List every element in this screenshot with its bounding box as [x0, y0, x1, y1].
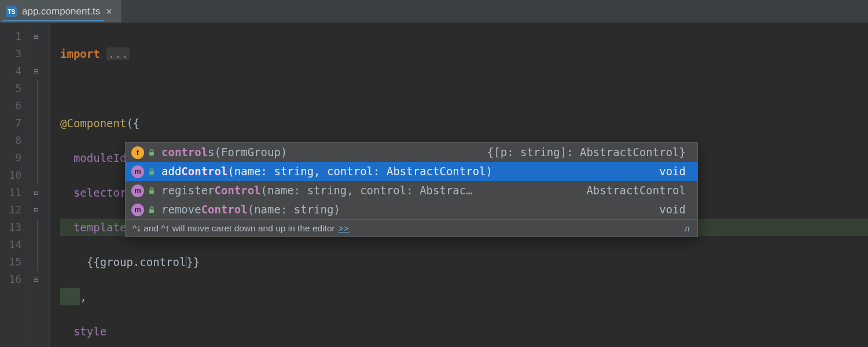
completion-return-type: {[p: string]: AbstractControl}: [487, 143, 686, 162]
visibility-lock-icon: [148, 206, 156, 214]
dot: .: [133, 256, 139, 268]
punctuation: ,: [80, 290, 86, 303]
decorator: @Component: [60, 117, 126, 130]
completion-name: addControl: [161, 162, 227, 181]
line-number: 5: [0, 80, 21, 97]
method-icon: m: [131, 184, 144, 197]
method-icon: m: [131, 165, 144, 178]
typescript-file-icon: TS: [6, 6, 17, 17]
mustache-close: }}: [186, 256, 200, 268]
line-number: 9: [0, 149, 21, 167]
completion-item[interactable]: fcontrols (FormGroup){[p: string]: Abstr…: [126, 143, 697, 162]
code-line: [60, 80, 868, 97]
fold-guide: [25, 80, 49, 97]
fold-gutter: [25, 23, 50, 347]
line-number: 13: [0, 219, 21, 236]
completion-name: registerControl: [161, 181, 261, 200]
visibility-lock-icon: [148, 149, 156, 157]
current-token: control: [139, 256, 186, 268]
tab-bar: TS app.component.ts ×: [0, 0, 868, 23]
line-number: 7: [0, 115, 21, 132]
visibility-lock-icon: [148, 187, 156, 195]
keyword: import: [60, 47, 100, 60]
code-line: import ...: [60, 45, 868, 62]
completion-name: controls: [161, 143, 215, 162]
completion-signature: (name: string): [248, 200, 340, 219]
method-icon: m: [131, 204, 144, 216]
line-number: 15: [0, 253, 21, 271]
close-icon[interactable]: ×: [105, 6, 113, 17]
completion-signature: (name: string, control: Abstrac…: [261, 181, 473, 200]
fold-guide: [25, 115, 49, 132]
fold-spacer: [25, 45, 49, 62]
folded-region[interactable]: ...: [106, 47, 130, 60]
completion-hint-text: ^↓ and ^↑ will move caret down and up in…: [133, 219, 335, 238]
completion-signature: (FormGroup): [215, 143, 288, 162]
line-number-gutter: 1 3 4 5 6 7 8 9 10 11 12 13 14 15 16: [0, 23, 25, 347]
line-number: 4: [0, 62, 21, 80]
completion-return-type: void: [659, 162, 686, 181]
fold-guide: [25, 149, 49, 167]
field-icon: f: [131, 146, 144, 159]
line-number: 16: [0, 271, 21, 288]
fold-guide: [25, 219, 49, 236]
fold-guide: [25, 97, 49, 115]
line-number: 11: [0, 184, 21, 201]
completion-return-type: void: [659, 200, 686, 219]
fold-toggle-icon[interactable]: [25, 271, 49, 288]
fold-guide: [25, 132, 49, 149]
editor-tab[interactable]: TS app.component.ts ×: [0, 0, 122, 23]
tab-active-underline: [2, 20, 104, 21]
property: moduleId: [73, 152, 127, 164]
completion-more-link[interactable]: >>: [339, 219, 349, 238]
fold-toggle-icon[interactable]: [25, 62, 49, 80]
line-number: 6: [0, 97, 21, 115]
svg-rect-4: [149, 190, 154, 194]
code-line: style: [60, 323, 868, 340]
line-number: 10: [0, 167, 21, 184]
line-number: 3: [0, 45, 21, 62]
tab-filename: app.component.ts: [22, 6, 100, 17]
completion-item[interactable]: mremoveControl(name: string)void: [126, 200, 697, 219]
fold-guide: [25, 167, 49, 184]
property: style: [73, 325, 106, 338]
svg-rect-2: [149, 152, 154, 156]
code-completion-popup[interactable]: fcontrols (FormGroup){[p: string]: Abstr…: [125, 142, 698, 237]
completion-footer: ^↓ and ^↑ will move caret down and up in…: [126, 219, 697, 237]
change-marker: [60, 288, 80, 305]
completion-item[interactable]: maddControl(name: string, control: Abstr…: [126, 162, 697, 181]
completion-return-type: AbstractControl: [586, 181, 686, 200]
fold-toggle-icon[interactable]: [25, 201, 49, 219]
identifier: group: [100, 256, 133, 268]
property: selector: [73, 186, 127, 199]
line-number: 8: [0, 132, 21, 149]
visibility-lock-icon: [148, 168, 156, 176]
fold-toggle-icon[interactable]: [25, 184, 49, 201]
line-number: 12: [0, 201, 21, 219]
fold-guide: [25, 236, 49, 253]
svg-text:TS: TS: [8, 9, 16, 15]
fold-toggle-icon[interactable]: [25, 28, 49, 45]
code-line: `,: [60, 288, 868, 305]
code-line: {{group.control}}: [60, 253, 868, 271]
svg-rect-3: [149, 171, 154, 175]
svg-rect-5: [149, 209, 154, 213]
line-number: 14: [0, 236, 21, 253]
code-editor[interactable]: 1 3 4 5 6 7 8 9 10 11 12 13 14 15 16 imp…: [0, 23, 868, 347]
mustache-open: {{: [87, 256, 100, 268]
property: template: [73, 221, 127, 234]
fold-guide: [25, 253, 49, 271]
completion-signature: (name: string, control: AbstractControl): [227, 162, 492, 181]
code-line: @Component({: [60, 115, 868, 132]
punctuation: ({: [126, 117, 139, 130]
completion-name: removeControl: [161, 200, 248, 219]
completion-item[interactable]: mregisterControl(name: string, control: …: [126, 181, 697, 200]
completion-settings-icon[interactable]: π: [685, 219, 690, 238]
line-number: 1: [0, 28, 21, 45]
